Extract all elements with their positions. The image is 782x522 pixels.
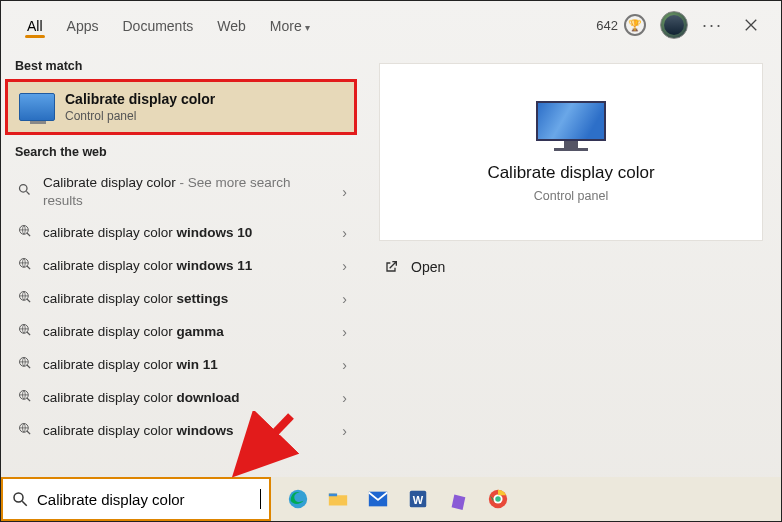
web-search-icon [15,421,33,440]
web-result-item[interactable]: calibrate display color win 11› [1,348,361,381]
tab-all[interactable]: All [17,6,53,44]
chevron-right-icon: › [342,423,347,439]
web-result-text: calibrate display color windows 10 [43,224,347,242]
taskbar-notes-icon[interactable] [445,486,471,512]
close-icon [744,18,758,32]
svg-rect-19 [329,494,337,497]
web-result-item[interactable]: calibrate display color gamma› [1,315,361,348]
best-match-subtitle: Control panel [65,109,215,123]
results-panel: Best match Calibrate display color Contr… [1,49,361,477]
web-results-list: Calibrate display color - See more searc… [1,165,361,449]
web-result-item[interactable]: calibrate display color settings› [1,282,361,315]
tab-web[interactable]: Web [207,6,256,44]
svg-line-13 [27,398,30,401]
search-box[interactable] [1,477,271,521]
detail-subtitle: Control panel [534,189,608,203]
overflow-menu-button[interactable]: ··· [702,15,723,36]
web-search-icon [15,388,33,407]
web-result-text: calibrate display color windows [43,422,347,440]
svg-line-5 [27,266,30,269]
web-search-icon [15,355,33,374]
tab-apps[interactable]: Apps [57,6,109,44]
trophy-icon: 🏆 [624,14,646,36]
header-bar: All Apps Documents Web More▾ 642 🏆 ··· [1,1,781,49]
chevron-down-icon: ▾ [305,22,310,33]
web-result-text: calibrate display color settings [43,290,347,308]
display-color-icon [19,93,55,121]
start-search-window: All Apps Documents Web More▾ 642 🏆 ··· B… [1,1,781,521]
web-result-item[interactable]: calibrate display color windows 10› [1,216,361,249]
svg-text:W: W [413,494,424,506]
taskbar-word-icon[interactable]: W [405,486,431,512]
web-result-item[interactable]: calibrate display color windows› [1,414,361,447]
svg-line-15 [27,431,30,434]
detail-title: Calibrate display color [487,163,654,183]
web-result-item[interactable]: calibrate display color windows 11› [1,249,361,282]
open-label: Open [411,259,445,275]
user-avatar[interactable] [660,11,688,39]
web-result-text: calibrate display color gamma [43,323,347,341]
svg-point-0 [19,185,27,193]
detail-card: Calibrate display color Control panel [379,63,763,241]
chevron-right-icon: › [342,291,347,307]
close-button[interactable] [737,11,765,39]
search-icon [11,490,29,508]
taskbar-mail-icon[interactable] [365,486,391,512]
web-result-text: calibrate display color windows 11 [43,257,347,275]
svg-point-25 [495,496,501,502]
web-result-text: calibrate display color download [43,389,347,407]
bottom-bar: W [1,477,781,521]
content-body: Best match Calibrate display color Contr… [1,49,781,477]
header-right: 642 🏆 ··· [596,11,771,39]
open-action[interactable]: Open [379,241,763,293]
svg-line-3 [27,233,30,236]
text-caret [260,489,261,509]
web-search-icon [15,256,33,275]
web-result-text: calibrate display color win 11 [43,356,347,374]
svg-line-11 [27,365,30,368]
best-match-label: Best match [1,53,361,79]
chevron-right-icon: › [342,258,347,274]
tab-documents[interactable]: Documents [112,6,203,44]
best-match-title: Calibrate display color [65,91,215,107]
web-search-icon [15,223,33,242]
search-web-label: Search the web [1,139,361,165]
svg-line-1 [26,191,29,194]
chevron-right-icon: › [342,184,347,200]
taskbar-file-explorer-icon[interactable] [325,486,351,512]
rewards-points[interactable]: 642 🏆 [596,14,646,36]
svg-point-16 [14,493,23,502]
tab-more[interactable]: More▾ [260,6,320,44]
best-match-result[interactable]: Calibrate display color Control panel [7,81,355,133]
best-match-text: Calibrate display color Control panel [65,91,215,123]
web-result-text: Calibrate display color - See more searc… [43,174,347,209]
web-result-item[interactable]: calibrate display color download› [1,381,361,414]
taskbar: W [271,477,781,521]
open-icon [383,259,399,275]
chevron-right-icon: › [342,390,347,406]
points-count: 642 [596,18,618,33]
search-input[interactable] [37,491,252,508]
web-search-icon [15,322,33,341]
svg-line-17 [22,501,27,506]
filter-tabs: All Apps Documents Web More▾ [11,1,320,49]
monitor-icon [536,101,606,151]
chevron-right-icon: › [342,225,347,241]
web-result-item[interactable]: Calibrate display color - See more searc… [1,167,361,216]
detail-panel: Calibrate display color Control panel Op… [361,49,781,477]
taskbar-edge-icon[interactable] [285,486,311,512]
svg-line-9 [27,332,30,335]
svg-line-7 [27,299,30,302]
chevron-right-icon: › [342,357,347,373]
chevron-right-icon: › [342,324,347,340]
taskbar-chrome-icon[interactable] [485,486,511,512]
search-icon [15,182,33,201]
web-search-icon [15,289,33,308]
